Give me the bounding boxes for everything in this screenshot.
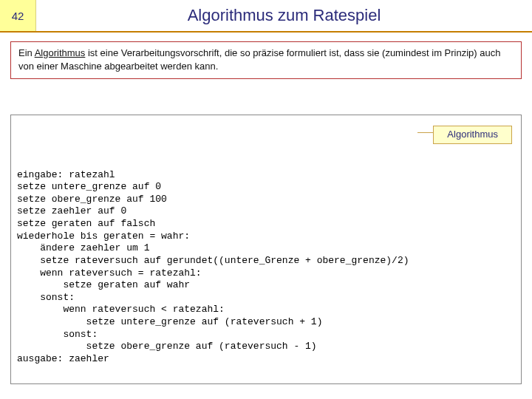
page-number: 42: [0, 0, 36, 31]
definition-prefix: Ein: [18, 47, 35, 58]
algorithm-label: Algorithmus: [433, 126, 512, 144]
algorithm-code: eingabe: ratezahl setze untere_grenze au…: [17, 169, 515, 366]
definition-term: Algorithmus: [35, 47, 86, 58]
algorithm-box: Algorithmus eingabe: ratezahl setze unte…: [10, 115, 522, 384]
definition-rest: ist eine Verarbeitungsvorschrift, die so…: [18, 47, 500, 72]
slide-header: 42 Algorithmus zum Ratespiel: [0, 0, 532, 33]
definition-box: Ein Algorithmus ist eine Verarbeitungsvo…: [10, 41, 522, 79]
slide-title: Algorithmus zum Ratespiel: [36, 0, 532, 31]
